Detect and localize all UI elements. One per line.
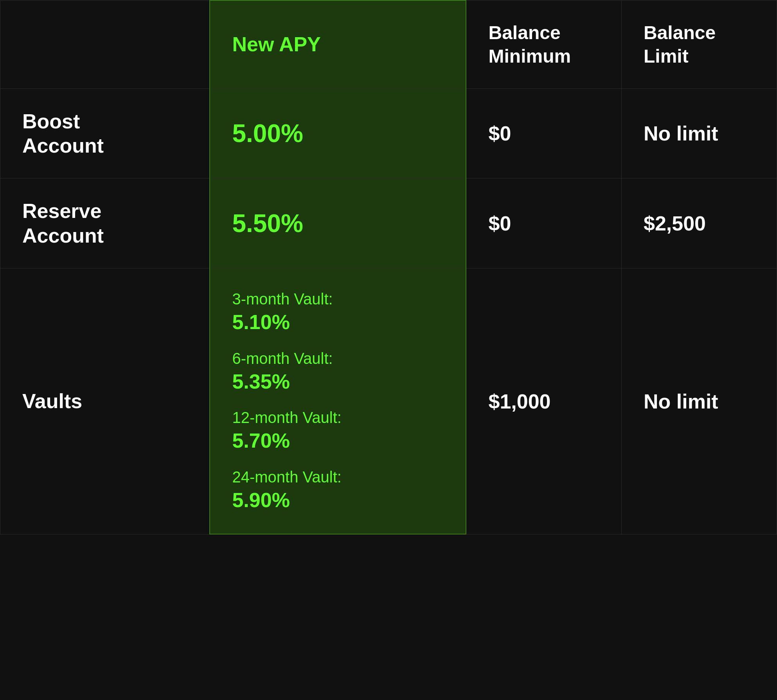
vaults-balance-limit: No limit [621,268,777,534]
vaults-account-name: Vaults [0,268,210,534]
header-balance-limit-cell: BalanceLimit [621,0,777,88]
vaults-apy-cell: 3-month Vault: 5.10% 6-month Vault: 5.35… [210,268,466,534]
vault-24month-label: 24-month Vault: [232,468,341,486]
boost-account-name: BoostAccount [0,88,210,178]
boost-apy-cell: 5.00% [210,88,466,178]
reserve-apy-value: 5.50% [232,209,303,238]
boost-balance-limit: No limit [621,88,777,178]
boost-balance-min: $0 [466,88,621,178]
header-balance-min-cell: BalanceMinimum [466,0,621,88]
reserve-balance-limit: $2,500 [621,178,777,268]
boost-account-row: BoostAccount 5.00% $0 No limit [0,88,777,178]
vault-item-12month: 12-month Vault: 5.70% [232,407,444,454]
vaults-row: Vaults 3-month Vault: 5.10% 6-month Vaul… [0,268,777,534]
reserve-account-row: ReserveAccount 5.50% $0 $2,500 [0,178,777,268]
boost-apy-value: 5.00% [232,119,303,148]
vault-item-24month: 24-month Vault: 5.90% [232,467,444,514]
table-wrapper: New APY BalanceMinimum BalanceLimit Boos… [0,0,777,534]
vaults-balance-min: $1,000 [466,268,621,534]
vault-6month-rate: 5.35% [232,369,444,395]
header-account-cell [0,0,210,88]
reserve-apy-cell: 5.50% [210,178,466,268]
vault-6month-label: 6-month Vault: [232,350,333,367]
reserve-account-name: ReserveAccount [0,178,210,268]
comparison-table: New APY BalanceMinimum BalanceLimit Boos… [0,0,777,534]
vault-24month-rate: 5.90% [232,487,444,514]
header-apy-label: New APY [232,33,320,56]
vault-12month-rate: 5.70% [232,428,444,454]
vault-3month-label: 3-month Vault: [232,290,333,308]
header-row: New APY BalanceMinimum BalanceLimit [0,0,777,88]
vault-3month-rate: 5.10% [232,309,444,336]
header-apy-cell: New APY [210,0,466,88]
reserve-balance-min: $0 [466,178,621,268]
vault-item-6month: 6-month Vault: 5.35% [232,348,444,395]
vault-12month-label: 12-month Vault: [232,409,341,426]
vault-item-3month: 3-month Vault: 5.10% [232,289,444,336]
